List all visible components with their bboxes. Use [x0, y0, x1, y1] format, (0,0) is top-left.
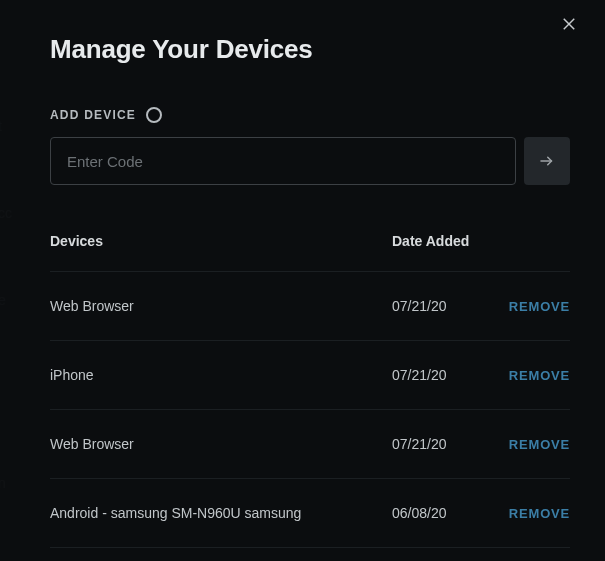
device-name: Android - samsung SM-N960U samsung	[50, 505, 392, 521]
device-name: iPhone	[50, 367, 392, 383]
device-name: Web Browser	[50, 298, 392, 314]
manage-devices-modal: Manage Your Devices ADD DEVICE Devices D…	[50, 34, 570, 548]
modal-title: Manage Your Devices	[50, 34, 570, 65]
devices-table: Devices Date Added Web Browser 07/21/20 …	[50, 233, 570, 548]
code-entry-row	[50, 137, 570, 185]
modal-overlay: Manage Your Devices ADD DEVICE Devices D…	[0, 0, 605, 561]
add-device-label: ADD DEVICE	[50, 108, 136, 122]
add-device-row: ADD DEVICE	[50, 107, 570, 123]
close-icon	[560, 15, 578, 33]
header-date-added: Date Added	[392, 233, 500, 249]
remove-button[interactable]: REMOVE	[509, 368, 570, 383]
device-date: 07/21/20	[392, 367, 500, 383]
header-action	[500, 233, 570, 249]
remove-button[interactable]: REMOVE	[509, 299, 570, 314]
add-device-radio[interactable]	[146, 107, 162, 123]
table-row: iPhone 07/21/20 REMOVE	[50, 341, 570, 410]
device-code-input[interactable]	[50, 137, 516, 185]
table-row: Web Browser 07/21/20 REMOVE	[50, 272, 570, 341]
header-devices: Devices	[50, 233, 392, 249]
device-date: 07/21/20	[392, 436, 500, 452]
device-date: 07/21/20	[392, 298, 500, 314]
arrow-right-icon	[538, 152, 556, 170]
table-row: Web Browser 07/21/20 REMOVE	[50, 410, 570, 479]
device-date: 06/08/20	[392, 505, 500, 521]
submit-code-button[interactable]	[524, 137, 570, 185]
remove-button[interactable]: REMOVE	[509, 506, 570, 521]
table-row: Android - samsung SM-N960U samsung 06/08…	[50, 479, 570, 548]
table-header: Devices Date Added	[50, 233, 570, 272]
device-name: Web Browser	[50, 436, 392, 452]
remove-button[interactable]: REMOVE	[509, 437, 570, 452]
